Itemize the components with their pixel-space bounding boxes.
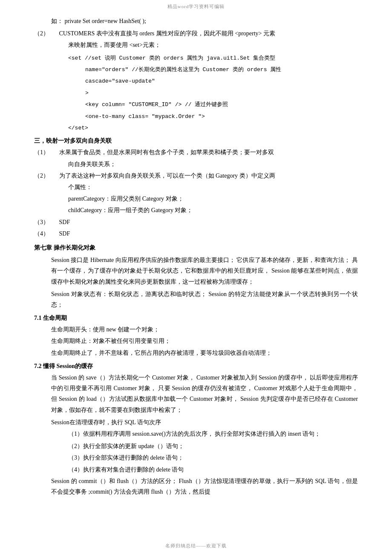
set-one-to-many: <one-to-many class= "mypack.Order "> [85,113,205,120]
s3-4-label: （4） [34,230,49,237]
s72-list4: （4）执行素有对集合进行删除的 delete 语句 [68,464,358,475]
s71-title: 7.1 生命周期 [34,313,358,323]
s72-title: 7.2 懂得 Session的缓存 [34,361,358,371]
set-gt-line: > [85,87,358,98]
s72-p3: Session 的 commit（）和 flush（）方法的区分； Flush（… [51,476,358,497]
chapter7-p2: Session 对象状态有：长期化状态，游离状态和临时状态； Session 的… [51,289,358,310]
chapter7-title: 第七章 操作长期化对象 [34,242,358,253]
code-example-line: 如： private Set order=new HashSet( ); [51,16,358,26]
set-comment: <set //set 说明 Customer 类的 orders 属性为 jav… [68,55,275,61]
bottom-watermark: 名师归纳总结——欢迎下载 [0,539,392,551]
set-cascade: cascade="save-update" [85,78,155,84]
s71-p1: 生命周期开头：使用 new 创建一个对象； [51,324,358,335]
s3-4-header: （4） SDF [34,228,358,239]
s3-4-text: SDF [59,230,70,237]
set-comment-line: <set //set 说明 Customer 类的 orders 属性为 jav… [68,52,358,63]
s3-3-header: （3） SDF [34,217,358,227]
s3-2-text: 为了表达这种一对多双向自身关联关系，可以在一个类（如 Gategory 类）中定… [59,173,275,179]
code-example-text: 如： private Set order=new HashSet( ); [51,18,146,24]
s3-1-text2: 向自身关联关系； [68,159,358,170]
top-watermark: 精品word学习资料可编辑 [0,0,392,12]
chapter7-p1: Session 接口是 Hibernate 向应用程序供应的操作数据库的最主要接… [51,255,358,287]
s3-2-text2: 个属性： [68,182,358,193]
set-end-line: </set> [68,122,358,133]
section3-title: 三，映射一对多双向自身关联 [34,135,358,146]
s3-1-text: 水果属于食品类，但是水果同时有包含多个子类，如苹果类和橘子类；要一对多双 [59,149,274,155]
section2-text2: 来映射属性，而要使用 <set>元素； [68,40,358,50]
s72-p2: Session在清理缓存时，执行 SQL 语句次序 [51,417,358,428]
section2-label: （2） [34,30,49,37]
set-name: name="orders" //长期化类的属性名这里为 Customer 类的 … [85,66,281,73]
set-cascade-line: cascade="save-update" [85,75,358,86]
main-content: 如： private Set order=new HashSet( ); （2）… [0,12,392,516]
s71-p3: 生命周期终止了，并不意味着，它所占用的内存被清理，要等垃圾回收器自动清理； [51,348,358,358]
s3-1-label: （1） [34,149,49,155]
s3-3-text: SDF [59,219,70,225]
s3-2-header: （2） 为了表达这种一对多双向自身关联关系，可以在一个类（如 Gategory … [34,170,358,181]
section2-text1: CUSTOMERS 表中没有直接与 orders 属性对应的字段，因此不能用 <… [59,30,275,37]
childcategory-line: childCategory：应用一组子类的 Gategory 对象； [68,205,358,216]
s3-2-label: （2） [34,173,49,179]
set-one-to-many-line: <one-to-many class= "mypack.Order "> [85,111,358,121]
set-name-line: name="orders" //长期化类的属性名这里为 Customer 类的 … [85,64,358,75]
s72-list1: （1）依据料用程序调用 session.save()方法的先后次序， 执行全部对… [68,428,358,439]
s72-list2: （2）执行全部实体的更新 update（）语句； [68,441,358,451]
parentcategory-line: parentCategory：应用父类别 Category 对象； [68,193,358,204]
set-key: <key column= "CUSTOMER_ID" /> // 通过外键参照 [85,101,228,108]
page-container: 精品word学习资料可编辑 如： private Set order=new H… [0,0,392,555]
set-gt: > [85,90,89,96]
s72-p1: 当 Session 的 save（）方法长期化一个 Customer 对象， C… [51,372,358,415]
set-end: </set> [68,125,88,131]
s72-list3: （3）执行全部实体进行删除的 delete 语句； [68,452,358,463]
set-key-line: <key column= "CUSTOMER_ID" /> // 通过外键参照 [85,99,358,109]
s3-1-header: （1） 水果属于食品类，但是水果同时有包含多个子类，如苹果类和橘子类；要一对多双 [34,147,358,158]
section2-header: （2） CUSTOMERS 表中没有直接与 orders 属性对应的字段，因此不… [34,28,358,39]
s3-3-label: （3） [34,219,49,225]
s71-p2: 生命周期终止：对象不被任何引用变量引用； [51,336,358,346]
